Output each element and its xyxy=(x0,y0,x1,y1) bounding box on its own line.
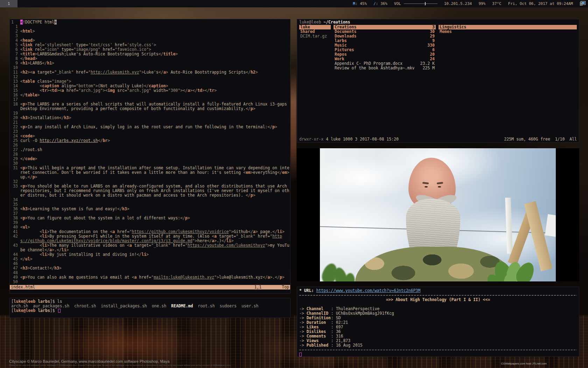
shell-terminal-window[interactable]: [luke@leeb larbs]$ ls arch.sh aur_packag… xyxy=(9,298,290,318)
vim-line: 3 xyxy=(11,34,289,38)
ranger-statusbar: drwxr-xr-x 4 luke 1000 3 2017-08-08 15:2… xyxy=(299,137,577,142)
vim-line: 42 <li>By pressing Super+F1 while in the… xyxy=(11,234,289,243)
volume-slider-handle[interactable] xyxy=(425,2,426,5)
ranger-entry-downloads[interactable]: Downloads29 xyxy=(334,34,436,39)
workspace-indicator[interactable]: 1 xyxy=(0,0,18,7)
status-bar: 1 M: 45% /: 36% VOL 10.201.5.234 99% 37°… xyxy=(0,0,588,7)
video-info-terminal-window[interactable]: * URL: https://www.youtube.com/watch?v=6… xyxy=(297,287,579,357)
wallpaper-building-glow xyxy=(290,67,296,182)
ranger-entry-memes[interactable]: Memes xyxy=(439,29,577,34)
vim-line: 7<title>LARBS&mdash;Luke's Auto-Rice Boo… xyxy=(11,52,289,56)
ranger-entry-repos[interactable]: Repos20 xyxy=(334,52,436,57)
vim-statusline: index.html 1,1 Top xyxy=(10,285,290,289)
disk-usage: /: 36% xyxy=(373,1,387,6)
file-permissions: drwxr-xr-x xyxy=(299,137,323,142)
disk-icon: / xyxy=(373,1,376,6)
vim-editor-window[interactable]: 1<!DOCTYPE html>1 2<html>3 4<head>5<link… xyxy=(9,19,290,294)
clock: Fri, Oct 06, 2017 at 09:24AM xyxy=(508,1,573,6)
wallpaper-fineprint: Please do not post this wallpaper online… xyxy=(9,364,231,366)
vim-line: 23 xyxy=(11,129,289,134)
shell-prompt-line: [luke@leeb larbs]$ xyxy=(11,308,290,313)
ranger-entry-pictures[interactable]: Pictures6 xyxy=(334,48,436,52)
ranger-entry-dcim-tar-gz[interactable]: DCIM.tar.gz xyxy=(299,34,331,39)
vim-line: 15 <tr><td><a href="arch.jpg"><img src="… xyxy=(11,88,289,93)
ranger-entry-luke[interactable]: luke xyxy=(299,25,331,29)
volume-slider[interactable] xyxy=(404,1,438,6)
ranger-title: luke@leeb ~/Creations xyxy=(297,19,579,25)
ranger-entry-creations[interactable]: Creations3 xyxy=(334,25,436,29)
vim-line: 44 <li>By just installing it and diving … xyxy=(11,252,289,257)
memory-icon: M xyxy=(353,1,355,6)
volume-label: VOL xyxy=(394,1,401,6)
ranger-entry-music[interactable]: Music330 xyxy=(334,43,436,48)
video-title: =>> About High Technology (Part I & II) … xyxy=(299,298,577,302)
vim-line: 25curl -O http://larbs.xyz/root.sh</br> xyxy=(11,138,289,143)
memory-usage: M: 45% xyxy=(353,1,367,6)
vim-line: 49<p>You can also ask me questions via e… xyxy=(11,275,289,280)
vim-line: 2<html> xyxy=(11,29,289,34)
terminal-cursor xyxy=(299,353,302,356)
shell-cwd: larbs xyxy=(38,299,50,304)
youtube-url-link[interactable]: https://www.youtube.com/watch?v=6Jntc2n6… xyxy=(316,288,420,293)
video-metadata: -> Channel: ThuleanPerspective-> Channel… xyxy=(299,307,577,348)
shell-file: user.sh xyxy=(241,304,258,308)
vim-line: 31<p>This will begin a prompt and the in… xyxy=(11,166,289,179)
vim-line: 33<p>You should be able to run LARBS on … xyxy=(11,184,289,198)
ranger-entry-linguistics[interactable]: Linguistics xyxy=(439,25,577,29)
vim-line: 45</ul> xyxy=(11,257,289,261)
shell-file: README.md xyxy=(171,304,193,308)
computer-icon xyxy=(580,1,586,6)
ranger-entry-appendix-c-phd-program-docx[interactable]: Appendix C- PhD Program.docx23.2 K xyxy=(334,61,436,66)
shell-file: chroot.sh xyxy=(74,304,96,308)
ranger-entry-shared[interactable]: Shared xyxy=(299,29,331,34)
vim-line: 29</code> xyxy=(11,157,289,161)
ranger-current-column: Creations3Documents30Downloads29larbs9Mu… xyxy=(334,25,436,136)
vim-line: 27./root.sh xyxy=(11,148,289,152)
vim-line: 38<p>You can figure out about the system… xyxy=(11,216,289,220)
terminal-cursor xyxy=(58,309,61,313)
white-pole xyxy=(505,197,513,253)
vim-line: 20<h3>Installation</h3> xyxy=(11,116,289,120)
ip-address: 10.201.5.234 xyxy=(444,1,472,6)
battery-level: 99% xyxy=(478,1,485,6)
vim-filename: index.html xyxy=(11,285,35,289)
vim-line: 1<!DOCTYPE html> xyxy=(11,20,289,25)
video-field-channelid: -> ChannelID: UChBsOxskMpDmBAsgJ91fKcg xyxy=(299,311,577,316)
ranger-entry-review-of-the-book-ashtadhya-mkv[interactable]: Review of the book Ashtadhya~.mkv225 M xyxy=(334,66,436,70)
video-url-line: * URL: https://www.youtube.com/watch?v=6… xyxy=(299,288,577,293)
shell-file: one.sh xyxy=(152,304,167,308)
vim-line: 43 <li>The many illustrative videos on <… xyxy=(11,243,289,252)
vim-line: 1 xyxy=(11,25,289,29)
vim-line: 22<p>In any install of Arch Linux, simpl… xyxy=(11,125,289,129)
vim-cursor-position: 1,1 xyxy=(254,285,261,289)
video-frame xyxy=(320,148,556,281)
vim-line: 47<h3>Contact!</h3> xyxy=(11,266,289,271)
shell-file: aur_packages.sh xyxy=(33,304,69,308)
ranger-disk-info: 225M sum, 460G free 1/10 All xyxy=(504,137,577,142)
vim-line: 39 xyxy=(11,220,289,225)
shell-command: ls xyxy=(57,299,62,304)
vim-line: 28 xyxy=(11,152,289,157)
video-field-likes: -> Likes: 697 xyxy=(299,325,577,329)
ranger-parent-column: lukeSharedDCIM.tar.gz xyxy=(299,25,331,136)
shell-user: luke@leeb xyxy=(14,299,35,304)
vim-line: 16</table> xyxy=(11,93,289,97)
shell-file: sudoers xyxy=(220,304,237,308)
wallpaper-site-credit: CGWallpapers.com host JTLnet.com xyxy=(501,362,547,365)
vim-line: 18<p>The LARBS are a series of shell scr… xyxy=(11,102,289,111)
ranger-file-manager-window[interactable]: luke@leeb ~/Creations lukeSharedDCIM.tar… xyxy=(297,19,579,143)
divider xyxy=(299,348,577,352)
shell-file: root.sh xyxy=(198,304,215,308)
ranger-preview-column: LinguisticsMemes xyxy=(439,25,577,136)
volume-control: VOL xyxy=(394,1,438,6)
desktop: Cityscape © Marco Bauriedel, Germany, ww… xyxy=(0,0,588,368)
ranger-entry-documents[interactable]: Documents30 xyxy=(334,29,436,34)
shell-file: arch.sh xyxy=(11,304,28,308)
vim-line: 9<h1>LARBS</h1> xyxy=(11,61,289,66)
wallpaper-credit: Cityscape © Marco Bauriedel, Germany, ww… xyxy=(9,360,169,363)
cpu-temperature: 37°C xyxy=(492,1,502,6)
vim-buffer: 1<!DOCTYPE html>1 2<html>3 4<head>5<link… xyxy=(11,20,289,284)
vim-scroll-indicator: Top xyxy=(282,285,289,289)
ranger-entry-larbs[interactable]: larbs9 xyxy=(334,39,436,43)
mpv-video-window[interactable] xyxy=(297,148,579,281)
